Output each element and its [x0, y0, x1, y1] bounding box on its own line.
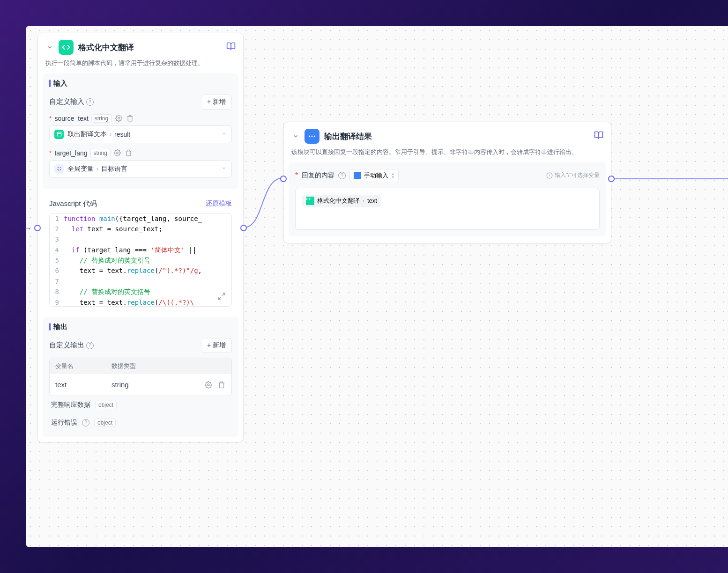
- type-badge: string: [91, 114, 111, 123]
- svg-line-4: [223, 293, 225, 295]
- chevron-right-icon: ›: [110, 131, 111, 138]
- help-icon[interactable]: ?: [86, 342, 94, 349]
- ref-source: 全局变量: [67, 165, 94, 173]
- node-left-output-port[interactable]: [240, 225, 247, 231]
- help-icon[interactable]: ?: [338, 172, 346, 179]
- docs-icon[interactable]: [226, 42, 236, 53]
- reply-section: * 回复的内容 ? 手动输入 ▲▼ 输入"/"可选择变量: [289, 162, 606, 236]
- param-value-select[interactable]: 全局变量 › 目标语言: [49, 160, 232, 178]
- required-indicator: *: [49, 149, 52, 157]
- trash-icon[interactable]: [217, 381, 226, 389]
- expand-code-icon[interactable]: [217, 292, 229, 303]
- add-output-button[interactable]: + 新增: [201, 338, 232, 353]
- code-line: 7: [50, 276, 231, 286]
- node-header: 格式化中文翻译: [38, 33, 243, 59]
- collapse-chevron-icon[interactable]: [291, 132, 300, 140]
- node-left-input-port[interactable]: [34, 225, 41, 231]
- param-name: source_text: [54, 115, 88, 122]
- node-right-output-port[interactable]: [608, 176, 615, 182]
- node-header: 输出翻译结果: [284, 122, 611, 147]
- output-var-type: string: [111, 381, 204, 389]
- param-value-select[interactable]: 取出翻译文本 › result: [49, 125, 232, 143]
- output-node-icon: [305, 129, 319, 144]
- output-table: 变量名 数据类型 text string: [49, 358, 232, 396]
- trash-icon[interactable]: [125, 149, 133, 157]
- script-ref-icon: [306, 197, 314, 205]
- code-line: 2 let text = source_text;: [50, 224, 231, 234]
- doc-icon: [354, 172, 361, 179]
- input-section: 输入 自定义输入 ? + 新增 * source_text string 取出翻…: [43, 73, 238, 189]
- input-mode-select[interactable]: 手动输入 ▲▼: [349, 169, 399, 182]
- svg-point-6: [208, 384, 209, 386]
- svg-point-7: [309, 136, 310, 137]
- chevron-down-icon: [221, 131, 227, 138]
- node-description: 执行一段简单的脚本代码，通常用于进行复杂的数据处理。: [38, 59, 243, 73]
- variable-chip[interactable]: 格式化中文翻译 › text: [302, 195, 381, 207]
- ref-field: result: [114, 131, 130, 138]
- table-row: text string: [50, 374, 231, 396]
- output-section-title: 输出: [53, 323, 67, 331]
- code-line: 3: [50, 234, 231, 244]
- ref-source-icon: [54, 164, 64, 174]
- required-indicator: *: [295, 171, 298, 180]
- svg-point-9: [314, 136, 315, 137]
- restore-template-link[interactable]: 还原模板: [206, 199, 232, 208]
- svg-point-0: [118, 118, 119, 119]
- docs-icon[interactable]: [594, 131, 603, 142]
- svg-line-5: [218, 297, 221, 299]
- node-description: 该模块可以直接回复一段指定的内容。常用于引导、提示。非字符串内容传入时，会转成字…: [284, 147, 611, 162]
- type-badge: object: [95, 401, 117, 409]
- node-title: 输出翻译结果: [324, 131, 589, 142]
- svg-point-3: [117, 152, 119, 154]
- gear-icon[interactable]: [113, 149, 122, 157]
- add-input-button[interactable]: + 新增: [201, 95, 232, 110]
- type-badge: string: [90, 149, 111, 157]
- code-line: 8 // 替换成对的英文括号: [50, 286, 231, 297]
- table-header-datatype: 数据类型: [111, 362, 226, 370]
- ref-source-icon: [54, 130, 64, 139]
- workflow-canvas[interactable]: → 格式化中文翻译 执行一段简单的脚本代码，通常用于进行复杂的数据处理。 输入: [26, 26, 728, 547]
- input-section-title: 输入: [53, 79, 67, 88]
- reply-content-area[interactable]: 格式化中文翻译 › text: [295, 188, 600, 230]
- script-node-icon: [59, 40, 74, 55]
- custom-output-label: 自定义输出 ?: [49, 341, 94, 350]
- output-node[interactable]: 输出翻译结果 该模块可以直接回复一段指定的内容。常用于引导、提示。非字符串内容传…: [283, 122, 611, 243]
- custom-input-label: 自定义输入 ?: [49, 97, 94, 106]
- ref-source: 取出翻译文本: [67, 130, 107, 139]
- code-title: Javascript 代码: [49, 199, 97, 208]
- run-error-row: 运行错误 ? object: [49, 414, 232, 432]
- script-node[interactable]: 格式化中文翻译 执行一段简单的脚本代码，通常用于进行复杂的数据处理。 输入 自定…: [37, 33, 244, 442]
- code-line: 1function main({target_lang, source_: [50, 213, 231, 224]
- chevron-right-icon: ›: [97, 166, 98, 172]
- required-indicator: *: [49, 115, 52, 122]
- incoming-arrow-icon: →: [23, 224, 32, 234]
- gear-icon[interactable]: [204, 381, 213, 389]
- reply-label: 回复的内容: [302, 171, 334, 180]
- node-right-input-port[interactable]: [280, 176, 287, 182]
- code-editor[interactable]: 1function main({target_lang, source_2 le…: [49, 213, 232, 307]
- code-line: 4 if (target_lang === '简体中文' ||: [50, 245, 231, 255]
- section-accent-bar: [49, 80, 51, 87]
- collapse-chevron-icon[interactable]: [45, 43, 54, 51]
- code-line: 5 // 替换成对的英文引号: [50, 255, 231, 265]
- code-section: Javascript 代码 还原模板 1function main({targe…: [43, 194, 238, 312]
- output-section: 输出 自定义输出 ? + 新增 变量名 数据类型 text string: [43, 317, 238, 437]
- code-line: 9 text = text.replace(/\((.​*?)\: [50, 297, 231, 307]
- help-icon[interactable]: ?: [86, 98, 94, 106]
- chevron-down-icon: [221, 165, 227, 172]
- type-badge: object: [94, 419, 116, 427]
- param-name: target_lang: [54, 149, 87, 157]
- trash-icon[interactable]: [126, 114, 134, 123]
- reply-hint: 输入"/"可选择变量: [546, 171, 600, 179]
- full-response-row: 完整响应数据 object: [49, 396, 232, 414]
- chevron-right-icon: ›: [363, 198, 364, 204]
- output-var-name: text: [55, 381, 111, 389]
- gear-icon[interactable]: [114, 114, 123, 123]
- section-accent-bar: [49, 323, 51, 331]
- svg-rect-1: [57, 132, 61, 136]
- param-row: * target_lang string 全局变量 › 目标语言: [49, 149, 232, 178]
- updown-icon: ▲▼: [391, 172, 394, 179]
- code-line: 6 text = text.replace(/"(.​*?)"/g,: [50, 265, 231, 276]
- help-icon[interactable]: ?: [82, 419, 89, 426]
- ref-field: 目标语言: [101, 165, 127, 173]
